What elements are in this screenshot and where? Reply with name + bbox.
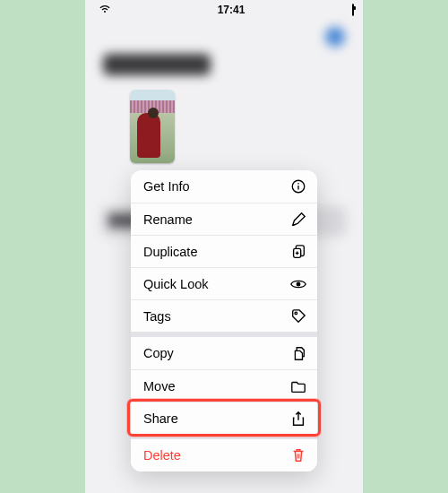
menu-item-duplicate[interactable]: Duplicate bbox=[131, 235, 317, 267]
delete-icon bbox=[290, 447, 306, 463]
menu-item-share[interactable]: Share bbox=[131, 402, 317, 434]
menu-item-copy[interactable]: Copy bbox=[131, 337, 317, 369]
menu-item-quick-look[interactable]: Quick Look bbox=[131, 267, 317, 299]
menu-item-label: Delete bbox=[143, 448, 181, 463]
menu-item-label: Share bbox=[143, 411, 178, 426]
menu-item-rename[interactable]: Rename bbox=[131, 203, 317, 235]
menu-item-label: Copy bbox=[143, 346, 174, 360]
menu-item-label: Rename bbox=[143, 212, 193, 227]
menu-item-label: Tags bbox=[143, 309, 171, 324]
tags-icon bbox=[290, 308, 306, 324]
move-icon bbox=[290, 378, 306, 394]
svg-point-4 bbox=[297, 281, 301, 286]
status-bar: 17:41 bbox=[85, 0, 363, 18]
menu-item-move[interactable]: Move bbox=[131, 369, 317, 402]
menu-item-label: Quick Look bbox=[143, 277, 209, 291]
menu-item-get-info[interactable]: Get Info bbox=[131, 170, 317, 203]
clock: 17:41 bbox=[110, 4, 352, 16]
duplicate-icon bbox=[290, 244, 306, 260]
rename-icon bbox=[290, 212, 306, 228]
share-icon bbox=[290, 411, 306, 427]
wifi-icon bbox=[99, 4, 110, 15]
battery-charging-icon bbox=[352, 4, 354, 15]
menu-item-delete[interactable]: Delete bbox=[131, 439, 317, 471]
svg-point-5 bbox=[295, 312, 297, 315]
svg-point-0 bbox=[104, 11, 106, 13]
menu-item-label: Duplicate bbox=[143, 245, 197, 259]
menu-item-label: Get Info bbox=[143, 179, 190, 194]
phone-frame: 17:41 Get InfoRenameDuplicateQuick LookT… bbox=[85, 0, 363, 493]
menu-item-tags[interactable]: Tags bbox=[131, 299, 317, 332]
get-info-icon bbox=[290, 178, 306, 195]
copy-icon bbox=[290, 345, 306, 361]
svg-point-2 bbox=[297, 183, 299, 185]
quick-look-icon bbox=[290, 276, 306, 292]
file-thumbnail[interactable] bbox=[130, 90, 175, 163]
context-menu: Get InfoRenameDuplicateQuick LookTagsCop… bbox=[131, 170, 317, 471]
menu-item-label: Move bbox=[143, 379, 175, 394]
